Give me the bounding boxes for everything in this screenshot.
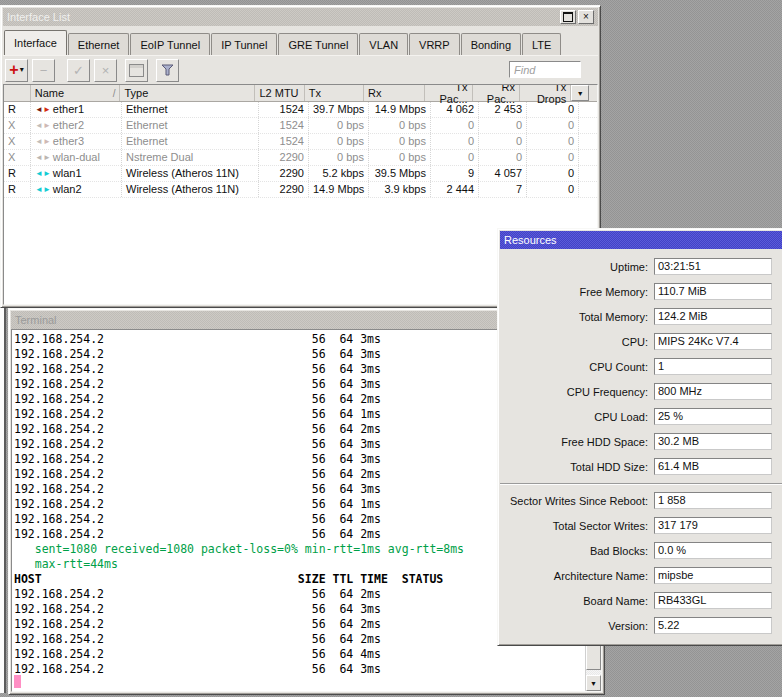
interface-tx: 5.2 kbps bbox=[309, 166, 369, 181]
remove-button[interactable]: − bbox=[32, 59, 55, 82]
resource-field: CPU Frequency: 800 MHz bbox=[500, 383, 782, 400]
interface-tx: 39.7 Mbps bbox=[309, 102, 369, 117]
resource-field-label: Bad Blocks: bbox=[500, 545, 654, 557]
tab[interactable]: LTE bbox=[522, 33, 561, 55]
tab[interactable]: Interface bbox=[4, 30, 67, 55]
header-type[interactable]: Type bbox=[120, 85, 255, 101]
interface-icon: ◄► bbox=[35, 166, 51, 181]
scrollbar-thumb[interactable] bbox=[586, 643, 601, 670]
header-flag-column[interactable] bbox=[4, 85, 31, 101]
interface-row[interactable]: X ◄►ether3 Ethernet 1524 0 bps 0 bps 0 0… bbox=[4, 134, 597, 150]
resource-field-value[interactable]: 61.4 MB bbox=[654, 458, 772, 475]
tab-label: LTE bbox=[532, 39, 551, 51]
enable-button[interactable]: ✓ bbox=[67, 59, 90, 82]
resource-field-value[interactable]: 5.22 bbox=[654, 617, 772, 634]
resource-field-value[interactable]: mipsbe bbox=[654, 567, 772, 584]
tab[interactable]: Ethernet bbox=[68, 33, 130, 55]
resource-field-value[interactable]: 25 % bbox=[654, 408, 772, 425]
interface-rx: 0 bps bbox=[369, 150, 431, 165]
interface-flag: R bbox=[4, 182, 31, 197]
comment-icon bbox=[129, 64, 144, 77]
interface-rx: 3.9 kbps bbox=[369, 182, 431, 197]
scroll-down-button[interactable]: ▼ bbox=[586, 675, 601, 691]
resource-field: Uptime: 03:21:51 bbox=[500, 258, 782, 275]
resource-field-label: Sector Writes Since Reboot: bbox=[500, 495, 654, 507]
header-l2mtu[interactable]: L2 MTU bbox=[255, 85, 304, 101]
disable-button[interactable]: × bbox=[94, 59, 117, 82]
maximize-button[interactable] bbox=[560, 10, 576, 24]
filter-button[interactable] bbox=[156, 59, 179, 82]
resource-field-value[interactable]: 1 858 bbox=[654, 492, 772, 509]
resource-field-label: Free Memory: bbox=[500, 286, 654, 298]
interface-tx-drops: 0 bbox=[527, 134, 579, 149]
resource-field-value[interactable]: 30.2 MB bbox=[654, 433, 772, 450]
interface-tx-drops: 0 bbox=[527, 182, 579, 197]
tab[interactable]: VRRP bbox=[409, 33, 460, 55]
interface-rx: 39.5 Mbps bbox=[369, 166, 431, 181]
tab[interactable]: VLAN bbox=[359, 33, 408, 55]
interface-icon: ◄► bbox=[35, 134, 51, 149]
resource-field-value[interactable]: 124.2 MiB bbox=[654, 308, 772, 325]
tab[interactable]: IP Tunnel bbox=[211, 33, 277, 55]
tab-label: VLAN bbox=[369, 39, 398, 51]
interface-name: ether2 bbox=[53, 118, 84, 133]
add-button[interactable]: + ▾ bbox=[5, 59, 28, 82]
resource-field: CPU Count: 1 bbox=[500, 358, 782, 375]
resource-field-label: CPU Frequency: bbox=[500, 386, 654, 398]
tab[interactable]: GRE Tunnel bbox=[278, 33, 358, 55]
terminal-line: 192.168.254.2 56 64 4ms bbox=[14, 647, 585, 662]
resource-field: Free HDD Space: 30.2 MB bbox=[500, 433, 782, 450]
resource-field-value[interactable]: 317 179 bbox=[654, 517, 772, 534]
header-rx[interactable]: Rx bbox=[364, 85, 425, 101]
close-button[interactable]: × bbox=[578, 10, 594, 24]
resource-field: Total Sector Writes: 317 179 bbox=[500, 517, 782, 534]
resource-field-value[interactable]: 1 bbox=[654, 358, 772, 375]
resource-field-value[interactable]: 110.7 MiB bbox=[654, 283, 772, 300]
interface-row[interactable]: X ◄►ether2 Ethernet 1524 0 bps 0 bps 0 0… bbox=[4, 118, 597, 134]
resource-field-value[interactable]: 03:21:51 bbox=[654, 258, 772, 275]
row-spacer bbox=[579, 102, 597, 117]
row-spacer bbox=[579, 150, 597, 165]
resources-separator bbox=[500, 483, 782, 485]
resources-titlebar[interactable]: Resources bbox=[500, 231, 782, 249]
header-rx-packet[interactable]: Rx Pac... bbox=[473, 85, 520, 101]
interface-list-tab-bar: Interface Ethernet EoIP Tunnel IP Tunnel… bbox=[3, 26, 598, 55]
interface-table-body: R ◄►ether1 Ethernet 1524 39.7 Mbps 14.9 … bbox=[4, 102, 597, 198]
comment-button[interactable] bbox=[125, 59, 148, 82]
header-name[interactable]: Name / bbox=[31, 85, 121, 101]
terminal-cursor-line bbox=[14, 674, 21, 689]
header-tx-packet[interactable]: Tx Pac... bbox=[425, 85, 472, 101]
column-select-caret-icon: ▼ bbox=[577, 90, 584, 97]
resource-field-value[interactable]: MIPS 24Kc V7.4 bbox=[654, 333, 772, 350]
interface-flag: X bbox=[4, 150, 31, 165]
interface-row[interactable]: R ◄►ether1 Ethernet 1524 39.7 Mbps 14.9 … bbox=[4, 102, 597, 118]
interface-icon-left-arrow: ◄ bbox=[35, 166, 43, 181]
interface-flag: X bbox=[4, 134, 31, 149]
resource-field-value[interactable]: 0.0 % bbox=[654, 542, 772, 559]
interface-name: wlan2 bbox=[53, 182, 82, 197]
interface-icon-right-arrow: ► bbox=[43, 102, 51, 117]
column-select-button[interactable]: ▼ bbox=[571, 85, 589, 101]
interface-icon-left-arrow: ◄ bbox=[35, 182, 43, 197]
interface-row[interactable]: R ◄►wlan2 Wireless (Atheros 11N) 2290 14… bbox=[4, 182, 597, 198]
resource-field-value[interactable]: 800 MHz bbox=[654, 383, 772, 400]
tab[interactable]: Bonding bbox=[461, 33, 521, 55]
interface-row[interactable]: X ◄►wlan-dual Nstreme Dual 2290 0 bps 0 … bbox=[4, 150, 597, 166]
resource-field-value[interactable]: RB433GL bbox=[654, 592, 772, 609]
resources-body: Uptime: 03:21:51 Free Memory: 110.7 MiB … bbox=[500, 249, 782, 643]
header-tx-drops[interactable]: Tx Drops bbox=[520, 85, 571, 101]
interface-row[interactable]: R ◄►wlan1 Wireless (Atheros 11N) 2290 5.… bbox=[4, 166, 597, 182]
find-input[interactable] bbox=[509, 61, 581, 78]
interface-tx-packet: 2 444 bbox=[431, 182, 479, 197]
interface-tx-packet: 9 bbox=[431, 166, 479, 181]
interface-name: wlan1 bbox=[53, 166, 82, 181]
header-tx[interactable]: Tx bbox=[305, 85, 364, 101]
tab-label: IP Tunnel bbox=[221, 39, 267, 51]
resources-title: Resources bbox=[504, 234, 780, 246]
interface-list-titlebar[interactable]: Interface List × bbox=[3, 8, 598, 26]
interface-tx-packet: 4 062 bbox=[431, 102, 479, 117]
resources-fields-top: Uptime: 03:21:51 Free Memory: 110.7 MiB … bbox=[500, 258, 782, 475]
interface-table-header: Name / Type L2 MTU Tx Rx Tx Pac... Rx Pa… bbox=[4, 85, 597, 102]
resource-field-label: Total HDD Size: bbox=[500, 461, 654, 473]
tab[interactable]: EoIP Tunnel bbox=[130, 33, 210, 55]
